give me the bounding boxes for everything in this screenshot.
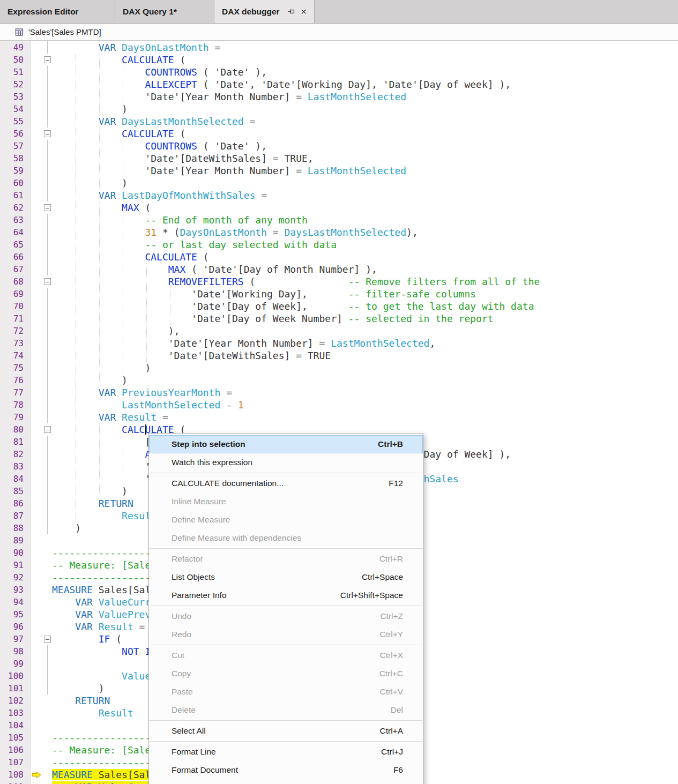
- code-text[interactable]: 'Date'[Day of Week Number] -- selected i…: [52, 312, 494, 325]
- breakpoint-margin[interactable]: [31, 658, 42, 670]
- code-text[interactable]: ALLEXCEPT ( 'Date', 'Date'[Working Day],…: [52, 78, 511, 91]
- breakpoint-margin[interactable]: [31, 128, 42, 140]
- code-text[interactable]: 'Date'[Year Month Number] = LastMonthSel…: [52, 337, 435, 349]
- breakpoint-margin[interactable]: [31, 91, 42, 103]
- code-text[interactable]: ): [52, 485, 128, 497]
- fold-margin[interactable]: [42, 201, 52, 214]
- code-text[interactable]: MAX (: [52, 201, 151, 214]
- fold-collapse-icon[interactable]: [44, 426, 51, 433]
- code-text[interactable]: CALCULATE (: [52, 54, 185, 66]
- code-line[interactable]: 53 'Date'[Year Month Number] = LastMonth…: [0, 91, 678, 103]
- breakpoint-margin[interactable]: [31, 423, 42, 436]
- code-line[interactable]: 57 COUNTROWS ( 'Date' ),: [0, 140, 678, 152]
- breakpoint-margin[interactable]: [31, 559, 42, 571]
- code-text[interactable]: 31 * (DaysOnLastMonth = DaysLastMonthSel…: [52, 226, 418, 238]
- code-editor[interactable]: 49 VAR DaysOnLastMonth =50 CALCULATE (51…: [0, 41, 678, 784]
- context-menu-item-step-into-selection[interactable]: Step into selectionCtrl+B: [149, 435, 423, 453]
- code-line[interactable]: 51 COUNTROWS ( 'Date' ),: [0, 66, 678, 78]
- fold-margin[interactable]: [42, 633, 52, 645]
- code-line[interactable]: 63 -- End of month of any month: [0, 214, 678, 226]
- code-line[interactable]: 66 CALCULATE (: [0, 251, 678, 263]
- code-text[interactable]: VAR LastDayOfMonthWithSales =: [52, 189, 267, 201]
- tab-dax-debugger[interactable]: DAX debugger✕: [214, 0, 315, 23]
- code-line[interactable]: 61 VAR LastDayOfMonthWithSales =: [0, 189, 678, 201]
- code-text[interactable]: RETURN: [52, 695, 110, 707]
- code-line[interactable]: 58 'Date'[DateWithSales] = TRUE,: [0, 152, 678, 165]
- breakpoint-margin[interactable]: [31, 325, 42, 337]
- code-line[interactable]: 77 VAR PreviousYearMonth =: [0, 386, 678, 399]
- code-line[interactable]: 72 ),: [0, 325, 678, 337]
- breakpoint-margin[interactable]: [31, 251, 42, 263]
- code-text[interactable]: COUNTROWS ( 'Date' ),: [52, 140, 267, 152]
- breakpoint-margin[interactable]: [31, 608, 42, 621]
- code-text[interactable]: 'Date'[DateWithSales] = TRUE: [52, 349, 331, 362]
- breakpoint-margin[interactable]: [31, 497, 42, 510]
- breakpoint-margin[interactable]: [31, 386, 42, 399]
- breakpoint-margin[interactable]: [31, 263, 42, 275]
- breakpoint-margin[interactable]: [31, 460, 42, 473]
- context-menu-item-watch-this-expression[interactable]: Watch this expression: [149, 453, 423, 472]
- code-line[interactable]: 56 CALCULATE (: [0, 128, 678, 140]
- breakpoint-margin[interactable]: [31, 571, 42, 584]
- breakpoint-margin[interactable]: [31, 695, 42, 707]
- breakpoint-margin[interactable]: [31, 411, 42, 423]
- code-text[interactable]: 'Date'[Year Month Number] = LastMonthSel…: [52, 91, 406, 103]
- context-menu-item-format-document[interactable]: Format DocumentF6: [149, 761, 423, 779]
- breakpoint-margin[interactable]: [31, 633, 42, 645]
- code-text[interactable]: ): [52, 362, 151, 374]
- breakpoint-margin[interactable]: [31, 707, 42, 719]
- code-text[interactable]: Result: [52, 510, 157, 522]
- fold-collapse-icon[interactable]: [44, 278, 51, 285]
- code-line[interactable]: 54 ): [0, 103, 678, 115]
- code-text[interactable]: COUNTROWS ( 'Date' ),: [52, 66, 267, 78]
- code-line[interactable]: 60 ): [0, 177, 678, 189]
- code-text[interactable]: 'Date'[Working Day], -- filter-safe colu…: [52, 288, 476, 300]
- code-line[interactable]: 70 'Date'[Day of Week], -- to get the la…: [0, 300, 678, 312]
- code-line[interactable]: 79 VAR Result =: [0, 411, 678, 423]
- breakpoint-margin[interactable]: [31, 534, 42, 547]
- breakpoint-margin[interactable]: [31, 768, 42, 781]
- breakpoint-margin[interactable]: [31, 189, 42, 201]
- breakpoint-margin[interactable]: [31, 115, 42, 128]
- breakpoint-margin[interactable]: [31, 177, 42, 189]
- code-text[interactable]: REMOVEFILTERS ( -- Remove filters from a…: [52, 275, 540, 288]
- code-line[interactable]: 67 MAX ( 'Date'[Day of Month Number] ),: [0, 263, 678, 275]
- breakpoint-margin[interactable]: [31, 238, 42, 251]
- breakpoint-margin[interactable]: [31, 226, 42, 238]
- code-text[interactable]: ): [52, 522, 81, 534]
- code-text[interactable]: -- End of month of any month: [52, 214, 308, 226]
- code-text[interactable]: ): [52, 103, 128, 115]
- breakpoint-margin[interactable]: [31, 312, 42, 325]
- fold-collapse-icon[interactable]: [44, 636, 51, 643]
- breakpoint-margin[interactable]: [31, 584, 42, 596]
- code-text[interactable]: IF (: [52, 633, 122, 645]
- breakpoint-margin[interactable]: [31, 300, 42, 312]
- code-line[interactable]: 78 LastMonthSelected - 1: [0, 399, 678, 411]
- code-line[interactable]: 50 CALCULATE (: [0, 54, 678, 66]
- breakpoint-margin[interactable]: [31, 78, 42, 91]
- code-text[interactable]: 'Date'[DateWithSales] = TRUE,: [52, 152, 314, 165]
- code-text[interactable]: VAR Result =: [52, 621, 145, 633]
- breakpoint-margin[interactable]: [31, 152, 42, 165]
- breakpoint-margin[interactable]: [31, 362, 42, 374]
- code-text[interactable]: MAX ( 'Date'[Day of Month Number] ),: [52, 263, 377, 275]
- code-line[interactable]: 75 ): [0, 362, 678, 374]
- tab-dax-query-1[interactable]: DAX Query 1*: [115, 0, 214, 23]
- code-line[interactable]: 52 ALLEXCEPT ( 'Date', 'Date'[Working Da…: [0, 78, 678, 91]
- breakpoint-margin[interactable]: [31, 670, 42, 682]
- code-line[interactable]: 69 'Date'[Working Day], -- filter-safe c…: [0, 288, 678, 300]
- code-line[interactable]: 64 31 * (DaysOnLastMonth = DaysLastMonth…: [0, 226, 678, 238]
- context-menu-item-format-document-short[interactable]: Format Document (Short)Shift+F6: [149, 779, 423, 784]
- code-line[interactable]: 49 VAR DaysOnLastMonth =: [0, 41, 678, 54]
- breakpoint-margin[interactable]: [31, 596, 42, 608]
- breakpoint-margin[interactable]: [31, 41, 42, 54]
- breakpoint-margin[interactable]: [31, 744, 42, 756]
- breakpoint-margin[interactable]: [31, 54, 42, 66]
- breakpoint-margin[interactable]: [31, 547, 42, 559]
- code-text[interactable]: Result: [52, 707, 133, 719]
- code-line[interactable]: 76 ): [0, 374, 678, 386]
- code-text[interactable]: ): [52, 177, 128, 189]
- breakpoint-margin[interactable]: [31, 275, 42, 288]
- breakpoint-margin[interactable]: [31, 288, 42, 300]
- breakpoint-margin[interactable]: [31, 473, 42, 485]
